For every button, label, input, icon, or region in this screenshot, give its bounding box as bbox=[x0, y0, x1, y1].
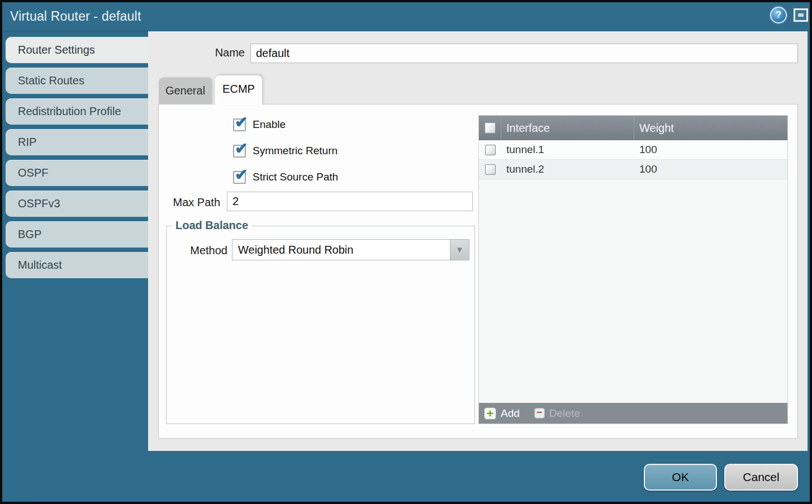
sidebar-item-bgp[interactable]: BGP bbox=[6, 221, 148, 248]
table-header-row: Interface Weight bbox=[479, 116, 787, 140]
method-value: Weighted Round Robin bbox=[238, 240, 353, 260]
tab-label: General bbox=[165, 84, 205, 97]
row-checkbox-cell bbox=[479, 145, 501, 155]
weight-column-header: Weight bbox=[634, 116, 787, 140]
row-checkbox[interactable] bbox=[485, 164, 496, 175]
dialog-title: Virtual Router - default bbox=[10, 9, 141, 24]
delete-button-label: Delete bbox=[549, 407, 580, 420]
table-empty-area bbox=[479, 179, 787, 403]
chevron-down-icon: ▼ bbox=[455, 245, 464, 254]
symmetric-return-label: Symmetric Return bbox=[253, 145, 338, 157]
sidebar-item-router-settings[interactable]: Router Settings bbox=[6, 37, 148, 63]
strict-source-path-checkbox[interactable]: ✔ bbox=[233, 171, 246, 184]
max-path-label: Max Path bbox=[162, 196, 220, 209]
name-label: Name bbox=[184, 46, 245, 59]
sidebar-item-static-routes[interactable]: Static Routes bbox=[6, 68, 148, 94]
tab-ecmp[interactable]: ECMP bbox=[215, 75, 262, 105]
table-header-checkbox-cell bbox=[479, 116, 501, 140]
help-icon[interactable]: ? bbox=[770, 7, 787, 23]
enable-label: Enable bbox=[253, 118, 286, 131]
cancel-button[interactable]: Cancel bbox=[724, 464, 798, 491]
titlebar: Virtual Router - default ? bbox=[2, 2, 810, 31]
table-row[interactable]: tunnel.1 100 bbox=[479, 140, 787, 160]
tab-label: ECMP bbox=[222, 83, 255, 95]
symmetric-return-option: ✔ Symmetric Return bbox=[233, 144, 338, 158]
minus-icon: − bbox=[534, 408, 545, 419]
table-toolbar: + Add − Delete bbox=[479, 403, 787, 424]
add-button[interactable]: + Add bbox=[484, 407, 520, 420]
weight-cell: 100 bbox=[634, 163, 787, 175]
sidebar-item-multicast[interactable]: Multicast bbox=[6, 252, 148, 278]
symmetric-return-checkbox[interactable]: ✔ bbox=[233, 145, 246, 158]
sidebar-item-label: OSPFv3 bbox=[18, 197, 60, 210]
sidebar-item-label: Redistribution Profile bbox=[18, 105, 121, 117]
strict-source-path-label: Strict Source Path bbox=[253, 171, 338, 183]
restore-window-icon[interactable] bbox=[794, 8, 808, 22]
enable-checkbox[interactable]: ✔ bbox=[233, 118, 246, 131]
sidebar-item-ospf[interactable]: OSPF bbox=[6, 160, 148, 186]
virtual-router-dialog: Virtual Router - default ? Router Settin… bbox=[0, 0, 812, 504]
add-button-label: Add bbox=[501, 407, 520, 420]
plus-icon: + bbox=[484, 407, 496, 420]
interface-column-header: Interface bbox=[501, 116, 634, 140]
method-label: Method bbox=[168, 244, 227, 257]
method-dropdown-button[interactable]: ▼ bbox=[450, 240, 469, 260]
load-balance-legend: Load Balance bbox=[172, 219, 251, 232]
name-input[interactable] bbox=[250, 44, 798, 63]
row-checkbox[interactable] bbox=[485, 145, 496, 155]
row-checkbox-cell bbox=[479, 164, 501, 175]
sidebar-item-label: Multicast bbox=[18, 259, 62, 271]
max-path-input[interactable] bbox=[227, 192, 473, 211]
enable-option: ✔ Enable bbox=[233, 118, 286, 131]
sidebar-item-label: RIP bbox=[18, 136, 36, 148]
sidebar-item-rip[interactable]: RIP bbox=[6, 129, 148, 155]
interface-table: Interface Weight tunnel.1 100 tunnel.2 1… bbox=[478, 115, 788, 424]
ok-button-label: OK bbox=[672, 470, 688, 483]
strict-source-path-option: ✔ Strict Source Path bbox=[233, 170, 338, 184]
sidebar-item-label: Router Settings bbox=[18, 44, 95, 56]
sidebar-item-label: OSPF bbox=[18, 167, 48, 179]
restore-window-icon-inner bbox=[798, 13, 804, 17]
interface-cell: tunnel.2 bbox=[501, 163, 634, 175]
sidebar-item-label: BGP bbox=[18, 228, 41, 240]
interface-cell: tunnel.1 bbox=[501, 144, 634, 156]
sidebar-item-ospfv3[interactable]: OSPFv3 bbox=[6, 191, 148, 217]
table-row[interactable]: tunnel.2 100 bbox=[479, 160, 787, 179]
weight-cell: 100 bbox=[634, 144, 787, 156]
sidebar-item-label: Static Routes bbox=[18, 74, 84, 87]
ok-button[interactable]: OK bbox=[644, 464, 717, 491]
delete-button[interactable]: − Delete bbox=[534, 407, 580, 420]
method-dropdown[interactable]: Weighted Round Robin ▼ bbox=[232, 239, 469, 260]
cancel-button-label: Cancel bbox=[743, 470, 779, 483]
sidebar-item-redistribution-profile[interactable]: Redistribution Profile bbox=[6, 98, 148, 125]
select-all-checkbox[interactable] bbox=[485, 122, 496, 134]
tab-general[interactable]: General bbox=[159, 78, 212, 104]
